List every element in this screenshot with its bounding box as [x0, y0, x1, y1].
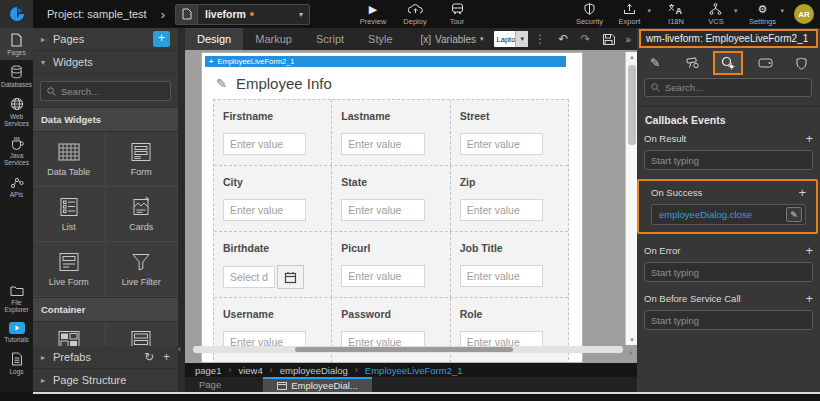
i18n-button[interactable]: A I18N: [661, 3, 691, 26]
add-action-button[interactable]: +: [798, 186, 806, 199]
zip-input[interactable]: [460, 199, 543, 221]
breadcrumb-employeeliveform[interactable]: EmployeeLiveForm2_1: [365, 365, 463, 376]
variables-button[interactable]: [x] Variables ▾: [421, 34, 484, 45]
horizontal-scrollbar[interactable]: [193, 346, 623, 353]
add-prefab-button[interactable]: +: [163, 350, 170, 364]
widget-form[interactable]: Form: [106, 132, 179, 187]
on-success-value[interactable]: employeeDialog.close ✎: [651, 204, 806, 225]
rail-item-pages[interactable]: Pages: [0, 28, 33, 60]
breadcrumb-view4[interactable]: view4: [238, 365, 262, 376]
tab-design[interactable]: Design: [185, 28, 243, 50]
device-selector[interactable]: Laptop with MDPI Screen ▾: [494, 31, 529, 47]
form-field-role[interactable]: Role: [451, 298, 568, 363]
rail-item-file-explorer[interactable]: File Explorer: [0, 280, 33, 317]
widget-list[interactable]: List: [33, 187, 106, 242]
on-error-input[interactable]: [644, 262, 813, 282]
vcs-button[interactable]: VCS: [701, 3, 731, 26]
rail-item-web-services[interactable]: Web Services: [0, 92, 33, 131]
breadcrumb-page1[interactable]: page1: [195, 365, 221, 376]
pages-section-header[interactable]: ▸ Pages + «: [33, 28, 178, 51]
kebab-menu-icon[interactable]: ⋮: [528, 32, 552, 46]
form-field-street[interactable]: Street: [451, 100, 568, 165]
prefabs-section-header[interactable]: ▸ Prefabs ↻ +: [33, 346, 178, 369]
rail-item-logs[interactable]: Logs: [0, 347, 33, 379]
state-input[interactable]: [341, 199, 424, 221]
tab-markup[interactable]: Markup: [243, 28, 304, 50]
add-action-button[interactable]: +: [805, 132, 813, 145]
add-action-button[interactable]: +: [805, 292, 813, 305]
properties-tab[interactable]: ✎: [640, 51, 670, 75]
scroll-right-icon[interactable]: ›: [629, 349, 632, 358]
wavemaker-logo[interactable]: [0, 0, 33, 28]
widget-live-filter[interactable]: Live Filter: [106, 242, 179, 297]
form-field-password[interactable]: Password: [332, 298, 450, 363]
city-input[interactable]: [223, 199, 306, 221]
move-handle-icon[interactable]: +: [209, 57, 213, 66]
calendar-button[interactable]: [277, 265, 304, 289]
widget-live-form[interactable]: Live Form: [33, 242, 106, 297]
form-field-username[interactable]: Username: [214, 298, 332, 363]
street-input[interactable]: [460, 133, 543, 155]
scroll-up-icon[interactable]: ▲: [626, 54, 637, 60]
add-action-button[interactable]: +: [805, 244, 813, 257]
widgets-section-header[interactable]: ▾ Widgets: [33, 51, 178, 74]
user-avatar[interactable]: AR: [794, 4, 814, 24]
canvas-page[interactable]: + EmployeeLiveForm2_1 ✎ Employee Info Fi…: [201, 52, 583, 363]
rail-item-tutorials[interactable]: Tutorials: [0, 317, 33, 347]
refresh-icon[interactable]: ↻: [144, 350, 154, 364]
events-tab[interactable]: [713, 51, 743, 75]
form-field-state[interactable]: State: [332, 166, 450, 231]
widget-search-input[interactable]: Search...: [40, 81, 171, 101]
preview-button[interactable]: ▶ Preview: [358, 3, 388, 26]
add-page-button[interactable]: +: [153, 31, 170, 47]
vertical-scrollbar[interactable]: ▲ ▼: [625, 52, 637, 345]
design-canvas[interactable]: + EmployeeLiveForm2_1 ✎ Employee Info Fi…: [185, 50, 637, 363]
tab-page[interactable]: Page: [185, 377, 235, 392]
form-field-picurl[interactable]: Picurl: [332, 232, 450, 297]
form-field-birthdate[interactable]: Birthdate: [214, 232, 332, 297]
export-button[interactable]: Export: [614, 3, 644, 26]
form-field-lastname[interactable]: Lastname: [332, 100, 450, 165]
tab-style[interactable]: Style: [356, 28, 404, 50]
mobile-tab[interactable]: [750, 51, 780, 75]
collapse-right-panel-icon[interactable]: »: [621, 34, 635, 45]
form-field-firstname[interactable]: Firstname: [214, 100, 332, 165]
vscroll-thumb[interactable]: [628, 65, 636, 145]
form-field-city[interactable]: City: [214, 166, 332, 231]
scroll-down-icon[interactable]: ▼: [626, 337, 637, 343]
form-field-jobtitle[interactable]: Job Title: [451, 232, 568, 297]
rail-item-databases[interactable]: Databases: [0, 60, 33, 92]
on-success-action-link[interactable]: employeeDialog.close: [659, 209, 752, 220]
inspector-search-input[interactable]: Search...: [644, 78, 812, 97]
on-result-input[interactable]: [644, 150, 813, 170]
jobtitle-input[interactable]: [460, 265, 543, 287]
redo-icon[interactable]: ↷: [574, 32, 596, 46]
page-selector[interactable]: liveform ▾: [175, 4, 310, 25]
birthdate-input[interactable]: [223, 266, 275, 288]
rail-item-apis[interactable]: APIs: [0, 170, 33, 202]
page-structure-section-header[interactable]: ▸ Page Structure: [33, 369, 178, 392]
security-tab[interactable]: [787, 51, 817, 75]
on-before-service-call-input[interactable]: [644, 310, 813, 330]
undo-icon[interactable]: ↶: [552, 32, 574, 46]
selection-header[interactable]: + EmployeeLiveForm2_1: [205, 56, 566, 67]
picurl-input[interactable]: [341, 265, 424, 287]
hscroll-thumb[interactable]: [295, 347, 513, 352]
deploy-button[interactable]: Deploy: [400, 3, 430, 26]
panel-divider[interactable]: ‹: [178, 28, 185, 392]
firstname-input[interactable]: [223, 133, 306, 155]
tab-employee-dialog[interactable]: EmployeeDial...: [263, 377, 372, 392]
form-title[interactable]: ✎ Employee Info: [216, 75, 332, 92]
widget-cards[interactable]: Cards: [106, 187, 179, 242]
form-field-zip[interactable]: Zip: [451, 166, 568, 231]
save-icon[interactable]: [596, 33, 621, 46]
tab-script[interactable]: Script: [304, 28, 356, 50]
divider-collapse-icon[interactable]: ‹: [178, 344, 181, 354]
tour-button[interactable]: Tour: [442, 3, 472, 26]
widget-data-table[interactable]: Data Table: [33, 132, 106, 187]
styles-tab[interactable]: [677, 51, 707, 75]
breadcrumb-employeedialog[interactable]: employeeDialog: [280, 365, 348, 376]
security-button[interactable]: Security: [574, 3, 604, 26]
lastname-input[interactable]: [341, 133, 424, 155]
edit-action-button[interactable]: ✎: [786, 207, 802, 222]
